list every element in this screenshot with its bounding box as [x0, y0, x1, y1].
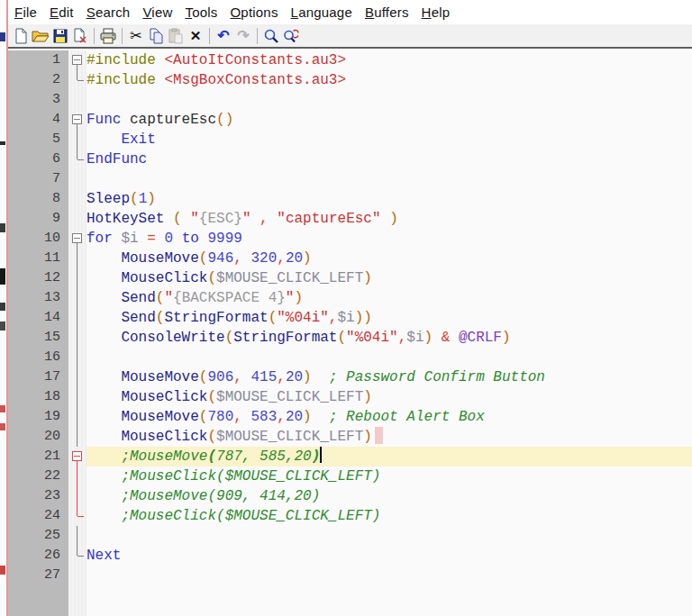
- code-line[interactable]: ConsoleWrite(StringFormat("%04i",$i) & @…: [86, 328, 692, 348]
- token-pre: #include: [86, 72, 164, 88]
- fold-margin-cell: [68, 546, 86, 566]
- line-number: 2: [8, 70, 68, 90]
- code-line[interactable]: MouseMove(780, 583,20) ; Reboot Alert Bo…: [86, 407, 692, 427]
- fold-toggle-box[interactable]: [72, 233, 82, 243]
- code-editor[interactable]: 1#include <AutoItConstants.au3>2#include…: [8, 50, 692, 616]
- code-line[interactable]: [86, 348, 692, 367]
- code-line[interactable]: for $i = 0 to 9999: [86, 229, 692, 249]
- token-fn: Sleep: [86, 191, 130, 207]
- token-plain: [86, 270, 121, 286]
- code-line[interactable]: Sleep(1): [86, 189, 692, 209]
- line-number: 26: [8, 546, 68, 566]
- editor-row-5: 5 Exit: [8, 130, 692, 149]
- token-fn: MouseMove: [121, 369, 198, 385]
- menu-view[interactable]: View: [136, 1, 178, 23]
- fold-connector: [77, 80, 84, 81]
- menu-search[interactable]: Search: [80, 1, 137, 23]
- code-line[interactable]: Next: [86, 546, 692, 566]
- fold-connector: [77, 516, 84, 517]
- toolbar-save-file-button[interactable]: [50, 26, 70, 46]
- code-line[interactable]: Exit: [86, 130, 692, 149]
- fold-toggle-box[interactable]: [72, 114, 82, 124]
- token-var: $i: [121, 231, 138, 247]
- fold-margin-cell: [68, 209, 86, 229]
- token-plain: [86, 409, 121, 425]
- code-line[interactable]: ;MouseClick($MOUSE_CLICK_LEFT): [86, 506, 692, 526]
- menu-edit[interactable]: Edit: [43, 1, 80, 23]
- token-str: ": [190, 211, 199, 227]
- menu-buffers[interactable]: Buffers: [359, 1, 415, 23]
- token-com: ;MouseClick($MOUSE_CLICK_LEFT): [121, 468, 380, 485]
- token-plain: [250, 211, 260, 227]
- fold-connector: [77, 427, 77, 447]
- code-line[interactable]: Send(StringFormat("%04i",$i)): [86, 308, 692, 328]
- editor-row-4: 4Func captureEsc(): [8, 110, 692, 130]
- toolbar-copy-button[interactable]: [146, 26, 166, 46]
- token-par: (: [207, 389, 216, 405]
- token-var: $MOUSE_CLICK_LEFT: [216, 429, 363, 445]
- empty-code-area[interactable]: [86, 585, 692, 616]
- menu-language[interactable]: Language: [285, 1, 359, 23]
- code-line[interactable]: ;MouseMove(909, 414,20): [86, 486, 692, 506]
- toolbar-cut-button[interactable]: ✂: [126, 26, 146, 46]
- toolbar-find-replace-button[interactable]: [281, 26, 301, 46]
- code-line[interactable]: MouseMove(946, 320,20): [86, 249, 692, 268]
- fold-margin-cell: [68, 506, 86, 526]
- code-line[interactable]: [86, 169, 692, 189]
- code-line[interactable]: [86, 526, 692, 546]
- code-line[interactable]: [86, 566, 692, 585]
- code-line[interactable]: #include <MsgBoxConstants.au3>: [86, 70, 692, 90]
- token-str: <AutoItConstants.au3>: [164, 52, 346, 68]
- menu-help[interactable]: Help: [415, 1, 457, 23]
- toolbar-close-file-button[interactable]: [70, 26, 90, 46]
- code-line[interactable]: #include <AutoItConstants.au3>: [86, 50, 692, 70]
- menu-options[interactable]: Options: [223, 1, 284, 23]
- fold-toggle-box[interactable]: [72, 451, 82, 461]
- line-number: 9: [8, 209, 68, 229]
- code-line[interactable]: EndFunc: [86, 149, 692, 169]
- code-line[interactable]: MouseClick($MOUSE_CLICK_LEFT): [86, 387, 692, 407]
- code-line[interactable]: ;MouseClick($MOUSE_CLICK_LEFT): [86, 467, 692, 486]
- undo-arrow-glyph: ↶: [217, 28, 229, 43]
- editor-row-24: 24 ;MouseClick($MOUSE_CLICK_LEFT): [8, 506, 692, 526]
- fold-margin-cell: [68, 130, 86, 149]
- scite-editor-window: FileEditSearchViewToolsOptionsLanguageBu…: [0, 0, 692, 616]
- token-kw: EndFunc: [86, 151, 147, 168]
- token-op: =: [147, 231, 156, 247]
- toolbar-new-file-button[interactable]: [11, 26, 31, 46]
- toolbar-find-button[interactable]: [261, 26, 281, 46]
- editor-row-12: 12 MouseClick($MOUSE_CLICK_LEFT): [8, 268, 692, 288]
- code-line[interactable]: [86, 90, 692, 110]
- menu-file[interactable]: File: [8, 1, 43, 23]
- code-line[interactable]: Func captureEsc(): [86, 110, 692, 130]
- toolbar-undo-button[interactable]: ↶: [214, 26, 233, 46]
- token-op: ,: [233, 369, 242, 385]
- token-plain: [432, 330, 442, 346]
- token-op: ,: [277, 250, 286, 267]
- fold-margin-cell: [68, 229, 86, 249]
- token-str: "captureEsc": [277, 211, 380, 227]
- code-line[interactable]: ;MouseMove(787, 585,20): [86, 447, 692, 467]
- fold-margin-cell: [68, 308, 86, 328]
- token-kw: Next: [86, 548, 121, 564]
- toolbar-print-button[interactable]: [98, 26, 118, 46]
- code-line[interactable]: Send("{BACKSPACE 4}"): [86, 288, 692, 308]
- fold-margin-cell: [68, 288, 86, 308]
- toolbar-open-file-button[interactable]: [31, 26, 50, 46]
- fold-toggle-box[interactable]: [72, 55, 82, 65]
- code-line[interactable]: MouseClick($MOUSE_CLICK_LEFT): [86, 268, 692, 288]
- fold-connector: [77, 268, 77, 288]
- fold-connector: [77, 546, 77, 556]
- toolbar-delete-button[interactable]: ✕: [186, 26, 205, 46]
- editor-row-20: 20 MouseClick($MOUSE_CLICK_LEFT): [8, 427, 692, 447]
- token-com: ; Password Confirm Button: [329, 369, 545, 385]
- code-line[interactable]: MouseClick($MOUSE_CLICK_LEFT): [86, 427, 692, 447]
- fold-margin-cell: [68, 90, 86, 110]
- menu-tools[interactable]: Tools: [178, 1, 223, 23]
- token-plain: [86, 488, 121, 504]
- code-line[interactable]: HotKeySet ( "{ESC}" , "captureEsc" ): [86, 209, 692, 229]
- editor-row-11: 11 MouseMove(946, 320,20): [8, 249, 692, 268]
- token-mac: @CRLF: [459, 330, 502, 346]
- token-op: ,: [260, 211, 269, 227]
- code-line[interactable]: MouseMove(906, 415,20) ; Password Confir…: [86, 367, 692, 387]
